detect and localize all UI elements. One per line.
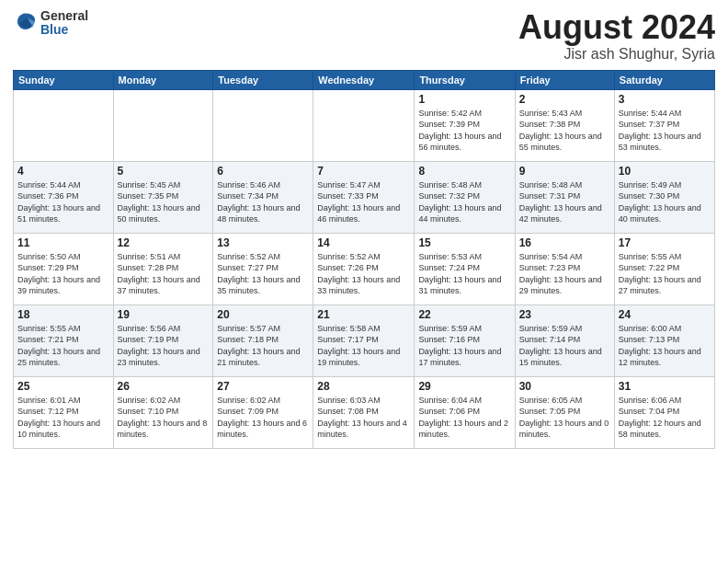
calendar-week-row: 1Sunrise: 5:42 AMSunset: 7:39 PMDaylight… (14, 89, 715, 161)
day-info: Sunrise: 5:50 AMSunset: 7:29 PMDaylight:… (17, 251, 109, 297)
day-info: Sunrise: 5:44 AMSunset: 7:37 PMDaylight:… (619, 108, 711, 154)
calendar-cell: 31Sunrise: 6:06 AMSunset: 7:04 PMDayligh… (614, 376, 714, 448)
day-info: Sunrise: 5:49 AMSunset: 7:30 PMDaylight:… (619, 179, 711, 225)
calendar-cell: 29Sunrise: 6:04 AMSunset: 7:06 PMDayligh… (415, 376, 515, 448)
calendar-cell: 3Sunrise: 5:44 AMSunset: 7:37 PMDaylight… (614, 89, 714, 161)
day-info: Sunrise: 5:43 AMSunset: 7:38 PMDaylight:… (519, 108, 610, 154)
calendar-cell: 5Sunrise: 5:45 AMSunset: 7:35 PMDaylight… (113, 161, 213, 233)
weekday-header-tuesday: Tuesday (213, 70, 313, 89)
title-block: August 2024 Jisr ash Shughur, Syria (518, 9, 715, 63)
day-info: Sunrise: 5:56 AMSunset: 7:19 PMDaylight:… (118, 323, 210, 369)
logo-general: General (40, 9, 88, 23)
calendar-cell: 17Sunrise: 5:55 AMSunset: 7:22 PMDayligh… (614, 233, 714, 304)
calendar-cell: 11Sunrise: 5:50 AMSunset: 7:29 PMDayligh… (14, 233, 114, 304)
day-info: Sunrise: 6:05 AMSunset: 7:05 PMDaylight:… (519, 395, 610, 441)
day-number: 8 (418, 165, 510, 178)
calendar-cell: 15Sunrise: 5:53 AMSunset: 7:24 PMDayligh… (415, 233, 515, 304)
day-info: Sunrise: 5:48 AMSunset: 7:31 PMDaylight:… (519, 179, 610, 225)
day-info: Sunrise: 5:52 AMSunset: 7:26 PMDaylight:… (317, 251, 410, 297)
day-number: 5 (118, 165, 210, 178)
weekday-header-saturday: Saturday (614, 70, 714, 89)
day-number: 7 (317, 165, 410, 178)
day-info: Sunrise: 5:55 AMSunset: 7:22 PMDaylight:… (619, 251, 711, 297)
day-info: Sunrise: 5:44 AMSunset: 7:36 PMDaylight:… (17, 179, 109, 225)
day-number: 21 (317, 308, 410, 321)
calendar-cell: 9Sunrise: 5:48 AMSunset: 7:31 PMDaylight… (515, 161, 614, 233)
day-number: 26 (118, 380, 210, 393)
logo-icon (13, 10, 39, 36)
day-number: 25 (17, 380, 109, 393)
day-info: Sunrise: 5:46 AMSunset: 7:34 PMDaylight:… (217, 179, 309, 225)
day-info: Sunrise: 5:48 AMSunset: 7:32 PMDaylight:… (418, 179, 510, 225)
day-number: 28 (317, 380, 410, 393)
day-number: 13 (217, 236, 309, 249)
calendar-cell: 24Sunrise: 6:00 AMSunset: 7:13 PMDayligh… (614, 304, 714, 376)
calendar-cell (113, 89, 213, 161)
weekday-header-thursday: Thursday (415, 70, 515, 89)
day-number: 9 (519, 165, 610, 178)
header: General Blue August 2024 Jisr ash Shughu… (13, 9, 715, 63)
day-info: Sunrise: 5:53 AMSunset: 7:24 PMDaylight:… (418, 251, 510, 297)
logo-text: General Blue (40, 9, 88, 38)
day-info: Sunrise: 6:04 AMSunset: 7:06 PMDaylight:… (418, 395, 510, 441)
calendar-cell: 16Sunrise: 5:54 AMSunset: 7:23 PMDayligh… (515, 233, 614, 304)
day-info: Sunrise: 5:45 AMSunset: 7:35 PMDaylight:… (118, 179, 210, 225)
day-number: 15 (418, 236, 510, 249)
weekday-header-friday: Friday (515, 70, 614, 89)
calendar-cell: 22Sunrise: 5:59 AMSunset: 7:16 PMDayligh… (415, 304, 515, 376)
calendar-cell: 18Sunrise: 5:55 AMSunset: 7:21 PMDayligh… (14, 304, 114, 376)
weekday-header-wednesday: Wednesday (313, 70, 415, 89)
day-number: 19 (118, 308, 210, 321)
day-info: Sunrise: 6:02 AMSunset: 7:09 PMDaylight:… (217, 395, 309, 441)
day-info: Sunrise: 5:59 AMSunset: 7:16 PMDaylight:… (418, 323, 510, 369)
location-title: Jisr ash Shughur, Syria (518, 46, 715, 63)
calendar-cell: 4Sunrise: 5:44 AMSunset: 7:36 PMDaylight… (14, 161, 114, 233)
logo: General Blue (13, 9, 88, 38)
day-number: 16 (519, 236, 610, 249)
calendar-week-row: 4Sunrise: 5:44 AMSunset: 7:36 PMDaylight… (14, 161, 715, 233)
day-number: 29 (418, 380, 510, 393)
day-number: 24 (619, 308, 711, 321)
day-number: 18 (17, 308, 109, 321)
calendar-cell (14, 89, 114, 161)
day-number: 23 (519, 308, 610, 321)
day-number: 2 (519, 93, 610, 106)
day-info: Sunrise: 6:02 AMSunset: 7:10 PMDaylight:… (118, 395, 210, 441)
day-number: 27 (217, 380, 309, 393)
calendar-cell: 27Sunrise: 6:02 AMSunset: 7:09 PMDayligh… (213, 376, 313, 448)
calendar-cell: 2Sunrise: 5:43 AMSunset: 7:38 PMDaylight… (515, 89, 614, 161)
calendar-cell: 20Sunrise: 5:57 AMSunset: 7:18 PMDayligh… (213, 304, 313, 376)
day-info: Sunrise: 6:01 AMSunset: 7:12 PMDaylight:… (17, 395, 109, 441)
day-number: 4 (17, 165, 109, 178)
day-info: Sunrise: 5:54 AMSunset: 7:23 PMDaylight:… (519, 251, 610, 297)
calendar-cell: 7Sunrise: 5:47 AMSunset: 7:33 PMDaylight… (313, 161, 415, 233)
calendar-cell: 30Sunrise: 6:05 AMSunset: 7:05 PMDayligh… (515, 376, 614, 448)
day-info: Sunrise: 6:06 AMSunset: 7:04 PMDaylight:… (619, 395, 711, 441)
calendar-table: SundayMondayTuesdayWednesdayThursdayFrid… (13, 70, 715, 449)
day-number: 10 (619, 165, 711, 178)
calendar-week-row: 18Sunrise: 5:55 AMSunset: 7:21 PMDayligh… (14, 304, 715, 376)
weekday-header-monday: Monday (113, 70, 213, 89)
calendar-cell: 23Sunrise: 5:59 AMSunset: 7:14 PMDayligh… (515, 304, 614, 376)
day-info: Sunrise: 6:00 AMSunset: 7:13 PMDaylight:… (619, 323, 711, 369)
day-number: 3 (619, 93, 711, 106)
day-number: 12 (118, 236, 210, 249)
calendar-cell: 19Sunrise: 5:56 AMSunset: 7:19 PMDayligh… (113, 304, 213, 376)
calendar-cell: 28Sunrise: 6:03 AMSunset: 7:08 PMDayligh… (313, 376, 415, 448)
day-number: 17 (619, 236, 711, 249)
day-info: Sunrise: 5:59 AMSunset: 7:14 PMDaylight:… (519, 323, 610, 369)
day-number: 11 (17, 236, 109, 249)
month-title: August 2024 (518, 9, 715, 46)
day-number: 14 (317, 236, 410, 249)
day-info: Sunrise: 6:03 AMSunset: 7:08 PMDaylight:… (317, 395, 410, 441)
calendar-cell (213, 89, 313, 161)
calendar-cell: 21Sunrise: 5:58 AMSunset: 7:17 PMDayligh… (313, 304, 415, 376)
day-number: 31 (619, 380, 711, 393)
calendar-week-row: 11Sunrise: 5:50 AMSunset: 7:29 PMDayligh… (14, 233, 715, 304)
day-number: 30 (519, 380, 610, 393)
day-number: 6 (217, 165, 309, 178)
day-number: 20 (217, 308, 309, 321)
day-info: Sunrise: 5:57 AMSunset: 7:18 PMDaylight:… (217, 323, 309, 369)
calendar-cell: 14Sunrise: 5:52 AMSunset: 7:26 PMDayligh… (313, 233, 415, 304)
day-info: Sunrise: 5:42 AMSunset: 7:39 PMDaylight:… (418, 108, 510, 154)
